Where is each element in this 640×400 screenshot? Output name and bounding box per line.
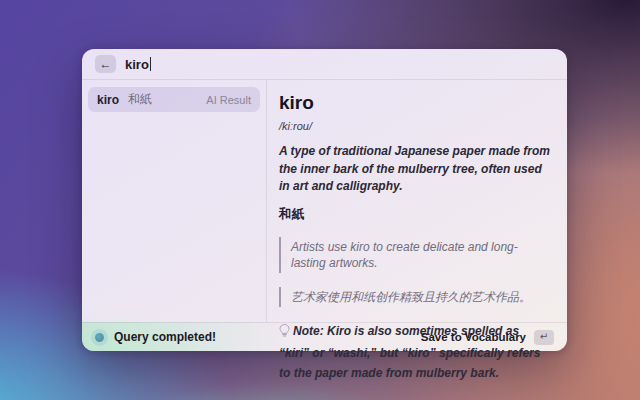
results-sidebar: kiro 和紙 AI Result <box>82 80 267 322</box>
back-button[interactable]: ← <box>95 55 116 73</box>
return-glyph: ↵ <box>540 332 548 342</box>
result-word: kiro <box>97 93 119 107</box>
window-body: kiro 和紙 AI Result kiro /kiːrou/ A type o… <box>82 80 567 322</box>
status-bar: Query completed! Save to Vocabulary ↵ <box>82 322 567 351</box>
return-key-icon[interactable]: ↵ <box>534 330 554 345</box>
save-to-vocabulary-button[interactable]: Save to Vocabulary <box>421 331 526 343</box>
arrow-left-icon: ← <box>100 58 112 70</box>
result-translation: 和紙 <box>128 91 152 108</box>
status-dot-icon <box>95 333 104 342</box>
example-sentence-en: Artists use kiro to create delicate and … <box>279 237 551 273</box>
definition-text: A type of traditional Japanese paper mad… <box>279 143 551 196</box>
pronunciation: /kiːrou/ <box>279 119 551 133</box>
search-input[interactable]: kiro <box>125 57 151 72</box>
ai-result-badge: AI Result <box>206 94 251 106</box>
status-message: Query completed! <box>114 330 216 344</box>
result-list-item[interactable]: kiro 和紙 AI Result <box>88 87 260 112</box>
text-cursor <box>150 57 152 71</box>
translation-text: 和紙 <box>279 206 551 223</box>
word-title: kiro <box>279 92 551 114</box>
dictionary-popup-window: ← kiro kiro 和紙 AI Result kiro /kiːrou/ A… <box>82 49 567 351</box>
search-bar: ← kiro <box>82 49 567 80</box>
example-sentence-zh: 艺术家使用和纸创作精致且持久的艺术作品。 <box>279 287 551 307</box>
definition-panel: kiro /kiːrou/ A type of traditional Japa… <box>267 80 567 322</box>
search-input-value: kiro <box>125 57 149 72</box>
